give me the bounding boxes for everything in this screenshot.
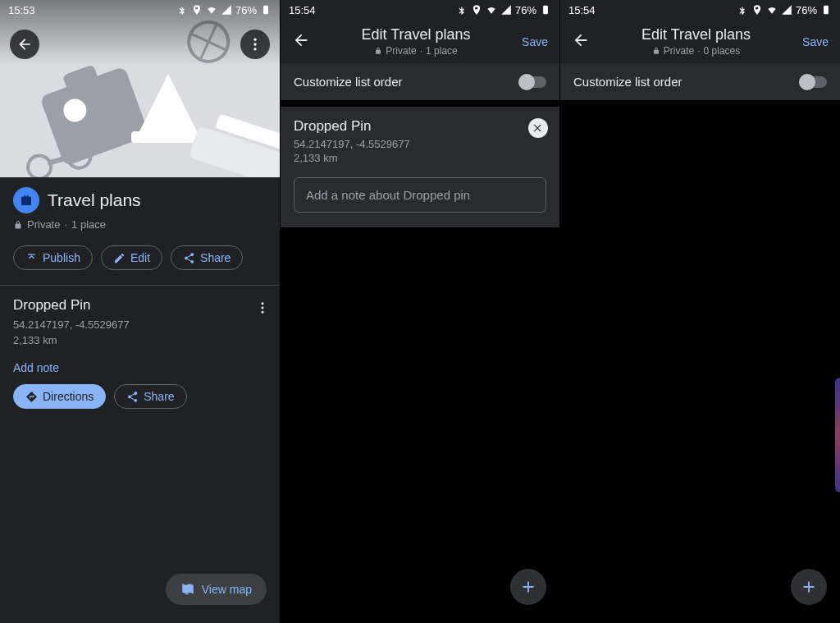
status-bar: 15:54 76% [281, 0, 559, 20]
edit-button[interactable]: Edit [101, 245, 162, 270]
list-header: Travel plans Private · 1 place [0, 177, 280, 237]
status-bar: 15:53 76% [0, 0, 280, 20]
lock-icon [652, 47, 660, 55]
plus-icon [519, 578, 537, 596]
bluetooth-icon [176, 4, 188, 16]
back-button[interactable] [572, 31, 590, 53]
arrow-back-icon [292, 31, 310, 49]
visibility-label: Private [27, 218, 60, 231]
status-time: 15:54 [289, 4, 316, 16]
action-chips: Publish Edit Share [0, 237, 280, 285]
share-icon [183, 252, 195, 264]
more-options-button[interactable] [240, 30, 270, 59]
place-name: Dropped Pin [13, 297, 267, 314]
close-icon [532, 122, 544, 134]
status-battery: 76% [515, 4, 536, 16]
map-icon [180, 582, 195, 597]
customize-toggle[interactable] [518, 76, 546, 88]
arrow-back-icon [572, 31, 590, 49]
status-battery: 76% [235, 4, 257, 16]
bluetooth-icon [456, 4, 468, 16]
place-coords: 54.2147197, -4.5529677 [294, 138, 546, 150]
place-more-button[interactable] [255, 300, 270, 318]
location-icon [471, 4, 482, 16]
place-distance: 2,133 km [13, 334, 267, 346]
pencil-icon [113, 252, 126, 264]
note-input[interactable]: Add a note about Dropped pin [294, 177, 546, 213]
back-button[interactable] [10, 30, 39, 59]
svg-point-19 [262, 307, 264, 309]
place-share-button[interactable]: Share [114, 384, 186, 409]
battery-icon [820, 4, 832, 16]
battery-icon [260, 4, 272, 16]
directions-button[interactable]: Directions [13, 384, 106, 409]
edit-header: 15:54 76% Edit Travel plans Private·1 pl… [281, 0, 559, 63]
view-map-button[interactable]: View map [166, 574, 267, 605]
publish-button[interactable]: Publish [13, 245, 93, 270]
customize-order-row[interactable]: Customize list order [281, 63, 559, 100]
place-item[interactable]: Dropped Pin 54.2147197, -4.5529677 2,133… [0, 286, 280, 384]
svg-point-16 [253, 43, 256, 45]
share-icon [126, 391, 139, 403]
svg-point-18 [262, 302, 264, 305]
save-button[interactable]: Save [522, 35, 548, 48]
status-time: 15:54 [568, 4, 596, 16]
customize-order-row[interactable]: Customize list order [560, 63, 840, 100]
add-note-link[interactable]: Add note [13, 361, 267, 374]
share-button[interactable]: Share [171, 245, 243, 270]
location-icon [751, 4, 763, 16]
edge-panel-handle[interactable] [835, 378, 840, 492]
svg-point-15 [253, 39, 256, 41]
status-time: 15:53 [8, 4, 35, 16]
list-type-icon [13, 187, 39, 213]
place-distance: 2,133 km [294, 152, 546, 164]
place-count: 1 place [71, 218, 106, 231]
hero-image: 15:53 76% [0, 0, 280, 177]
plus-icon [800, 578, 818, 596]
save-button[interactable]: Save [802, 35, 829, 48]
location-icon [191, 4, 203, 16]
svg-point-17 [253, 48, 256, 50]
status-battery: 76% [796, 4, 817, 16]
suitcase-icon [19, 193, 34, 208]
place-card: Dropped Pin 54.2147197, -4.5529677 2,133… [281, 107, 559, 227]
signal-icon [221, 4, 232, 16]
wifi-icon [766, 4, 778, 16]
lock-icon [13, 220, 23, 230]
battery-icon [540, 4, 551, 16]
edit-header: 15:54 76% Edit Travel plans Private·0 pl… [560, 0, 840, 63]
add-place-fab[interactable] [791, 569, 827, 605]
edit-title: Edit Travel plans [310, 26, 522, 44]
svg-rect-14 [263, 6, 268, 15]
back-button[interactable] [292, 31, 310, 53]
edit-title: Edit Travel plans [590, 26, 802, 44]
directions-icon [25, 391, 38, 403]
wifi-icon [486, 4, 497, 16]
lock-icon [374, 47, 382, 55]
more-vert-icon [255, 300, 270, 315]
screen-edit-0places: 15:54 76% Edit Travel plans Private·0 pl… [559, 0, 840, 623]
arrow-back-icon [16, 36, 33, 53]
bluetooth-icon [737, 4, 748, 16]
wifi-icon [206, 4, 217, 16]
add-place-fab[interactable] [510, 569, 546, 605]
place-name: Dropped Pin [294, 118, 546, 135]
publish-icon [25, 252, 38, 264]
svg-point-20 [262, 311, 264, 314]
place-coords: 54.2147197, -4.5529677 [13, 318, 267, 331]
signal-icon [500, 4, 512, 16]
svg-rect-21 [543, 6, 548, 15]
screen-list-view: 15:53 76% Travel plans Private · 1 place [0, 0, 280, 623]
more-vert-icon [247, 36, 263, 53]
remove-place-button[interactable] [528, 118, 548, 138]
screen-edit-1place: 15:54 76% Edit Travel plans Private·1 pl… [280, 0, 559, 623]
customize-toggle[interactable] [799, 76, 827, 88]
svg-rect-22 [824, 6, 829, 15]
signal-icon [781, 4, 792, 16]
status-bar: 15:54 76% [560, 0, 840, 20]
list-title: Travel plans [48, 190, 141, 210]
